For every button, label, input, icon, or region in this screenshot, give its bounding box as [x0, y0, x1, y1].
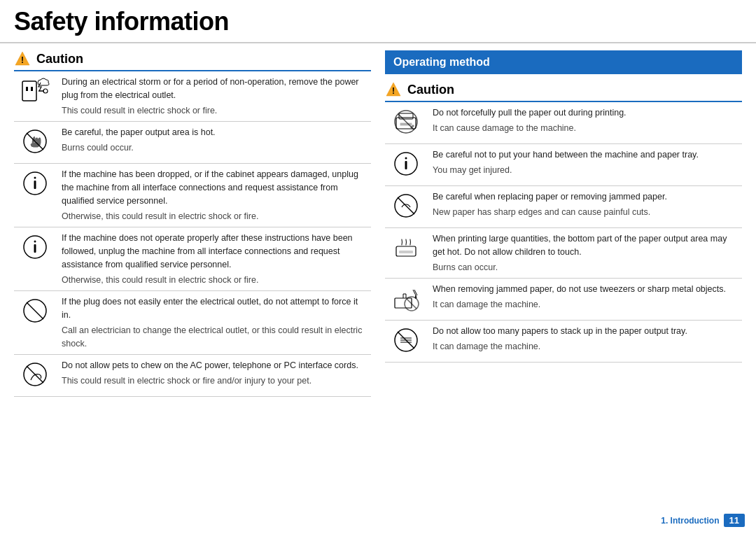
- row5-secondary: Call an electrician to change the electr…: [62, 324, 365, 351]
- table-row: Do not allow too many papers to stack up…: [385, 321, 742, 363]
- row4-main: If the machine does not operate properly…: [62, 232, 365, 271]
- rrow3-main: Be careful when replacing paper or remov…: [433, 190, 736, 204]
- icon-cell: [385, 321, 427, 363]
- svg-rect-2: [22, 81, 36, 101]
- icon-cell: [385, 144, 427, 186]
- rrow1-main: Do not forcefully pull the paper out dur…: [433, 106, 736, 120]
- svg-line-25: [398, 114, 414, 129]
- icon-cell: [14, 291, 56, 355]
- row5-main: If the plug does not easily enter the el…: [62, 295, 365, 322]
- no-tweezers-icon: [391, 283, 421, 314]
- text-cell: When printing large quantities, the bott…: [427, 228, 742, 279]
- icon-cell: [385, 186, 427, 228]
- left-info-table: During an electrical storm or for a peri…: [14, 71, 371, 397]
- right-caution-label: Caution: [407, 83, 454, 97]
- table-row: Be careful, the paper output area is hot…: [14, 122, 371, 164]
- rrow6-secondary: It can damage the machine.: [433, 340, 736, 353]
- text-cell: If the machine has been dropped, or if t…: [56, 164, 371, 227]
- svg-rect-40: [400, 342, 412, 343]
- text-cell: Do not forcefully pull the paper out dur…: [427, 102, 742, 144]
- row1-main: During an electrical storm or for a peri…: [62, 76, 365, 102]
- svg-text:!: !: [392, 86, 395, 96]
- drop-service-icon: [20, 168, 50, 199]
- text-cell: Be careful not to put your hand between …: [427, 144, 742, 186]
- table-row: If the plug does not easily enter the el…: [14, 291, 371, 355]
- svg-line-16: [27, 302, 43, 319]
- table-row: Do not forcefully pull the paper out dur…: [385, 102, 742, 144]
- left-caution-label: Caution: [36, 52, 83, 66]
- table-row: During an electrical storm or for a peri…: [14, 71, 371, 122]
- rrow5-secondary: It can damage the machine.: [433, 298, 736, 311]
- no-force-plug-icon: [20, 295, 50, 326]
- rrow2-main: Be careful not to put your hand between …: [433, 148, 736, 162]
- table-row: When printing large quantities, the bott…: [385, 228, 742, 279]
- svg-point-27: [405, 157, 407, 160]
- right-caution-heading: ! Caution: [385, 81, 742, 98]
- caution-icon-right: !: [385, 81, 402, 98]
- row6-secondary: This could result in electric shock or f…: [62, 374, 365, 388]
- no-stack-icon: [391, 325, 421, 356]
- row1-secondary: This could result in electric shock or f…: [62, 104, 365, 118]
- svg-rect-4: [31, 87, 33, 91]
- hot-output-icon: [20, 126, 50, 157]
- no-jammed-icon: [391, 190, 421, 221]
- icon-cell: [385, 228, 427, 279]
- page-title: Safety information: [14, 7, 742, 36]
- page-header: Safety information: [0, 0, 756, 43]
- svg-point-10: [34, 177, 36, 179]
- right-column: Operating method ! Caution: [385, 50, 742, 397]
- footer-page-number: 11: [724, 514, 745, 527]
- footer-section-label: 1. Introduction: [661, 516, 719, 526]
- page-footer: 1. Introduction 11: [661, 514, 745, 527]
- icon-cell: [385, 279, 427, 321]
- rrow4-main: When printing large quantities, the bott…: [433, 232, 736, 259]
- caution-icon-left: !: [14, 50, 31, 67]
- svg-rect-38: [400, 337, 412, 339]
- row2-secondary: Burns could occur.: [62, 141, 365, 155]
- rrow6-main: Do not allow too many papers to stack up…: [433, 325, 736, 338]
- svg-rect-3: [26, 87, 28, 91]
- left-caution-heading: ! Caution: [14, 50, 371, 67]
- rrow5-main: When removing jammed paper, do not use t…: [433, 283, 736, 296]
- icon-cell: [14, 355, 56, 397]
- content-area: ! Caution: [0, 43, 756, 404]
- no-pets-icon: [20, 359, 50, 390]
- left-column: ! Caution: [14, 50, 371, 397]
- not-operate-icon: [20, 232, 50, 262]
- text-cell: Do not allow pets to chew on the AC powe…: [56, 355, 371, 397]
- table-row: Be careful when replacing paper or remov…: [385, 186, 742, 228]
- text-cell: When removing jammed paper, do not use t…: [427, 279, 742, 321]
- text-cell: Do not allow too many papers to stack up…: [427, 321, 742, 363]
- rrow2-secondary: You may get injured.: [433, 164, 736, 177]
- power-storm-icon: [20, 76, 50, 106]
- table-row: If the machine does not operate properly…: [14, 227, 371, 291]
- svg-line-30: [398, 197, 414, 214]
- text-cell: If the machine does not operate properly…: [56, 227, 371, 291]
- svg-rect-28: [405, 161, 407, 169]
- icon-cell: [385, 102, 427, 144]
- svg-rect-32: [399, 251, 413, 253]
- rrow4-secondary: Burns can occur.: [433, 261, 736, 274]
- hot-bottom-icon: [391, 232, 421, 263]
- rrow3-secondary: New paper has sharp edges and can cause …: [433, 206, 736, 219]
- icon-cell: [14, 164, 56, 227]
- row6-main: Do not allow pets to chew on the AC powe…: [62, 359, 365, 372]
- icon-cell: [14, 227, 56, 291]
- text-cell: Be careful when replacing paper or remov…: [427, 186, 742, 228]
- table-row: If the machine has been dropped, or if t…: [14, 164, 371, 227]
- right-info-table: Do not forcefully pull the paper out dur…: [385, 102, 742, 363]
- row4-secondary: Otherwise, this could result in electric…: [62, 274, 365, 287]
- icon-cell: [14, 122, 56, 164]
- no-pull-paper-icon: [391, 106, 421, 137]
- svg-rect-11: [34, 181, 36, 189]
- icon-cell: [14, 71, 56, 122]
- text-cell: If the plug does not easily enter the el…: [56, 291, 371, 355]
- rrow1-secondary: It can cause damage to the machine.: [433, 122, 736, 135]
- hand-tray-icon: [391, 148, 421, 179]
- text-cell: Be careful, the paper output area is hot…: [56, 122, 371, 164]
- svg-rect-39: [400, 339, 412, 341]
- svg-text:!: !: [21, 55, 24, 65]
- table-row: Be careful not to put your hand between …: [385, 144, 742, 186]
- row2-main: Be careful, the paper output area is hot…: [62, 126, 365, 139]
- row3-secondary: Otherwise, this could result in electric…: [62, 210, 365, 223]
